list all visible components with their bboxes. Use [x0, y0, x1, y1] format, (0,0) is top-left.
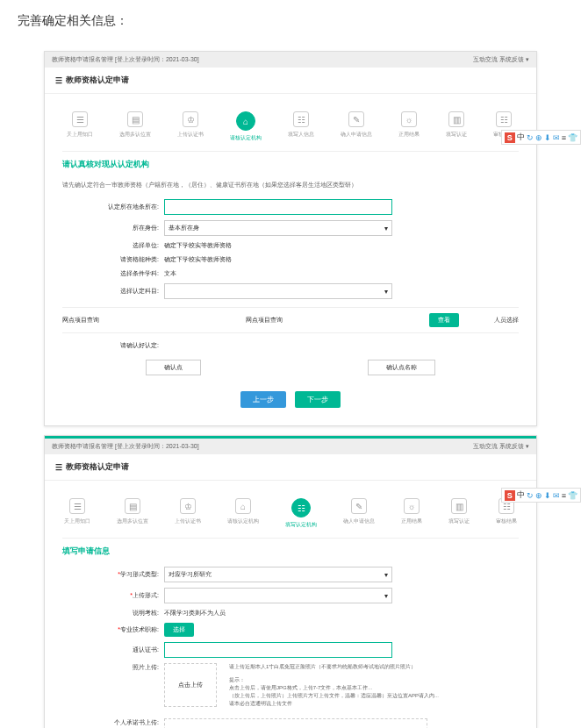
sogou-icon: S: [505, 490, 515, 501]
sogou-icon: S: [505, 132, 515, 143]
select-identity[interactable]: 基本所在身: [164, 220, 392, 236]
photo-upload[interactable]: 点击上传: [164, 663, 217, 707]
panel-topbar: 教师资格申请报名管理 [登上次登录时间：2021-03-30] 互动交流 系统反…: [45, 436, 536, 454]
step-icon: ▥: [448, 111, 464, 127]
step-icon-active: ⌂: [236, 111, 255, 131]
step-bar: ☰天上用知口 ▤选用多认位置 ♔上传认证书 ⌂请核认定机构 ☷填写人信息 ✎确人…: [62, 103, 519, 152]
step-icon: ♔: [183, 111, 198, 127]
ime-toolbar[interactable]: S 中↻⊕⬇✉≡👕: [501, 130, 581, 145]
step-icon: ▤: [127, 111, 143, 127]
step-icon: ☼: [401, 111, 417, 127]
panel-header: ☰ 教师资格认定申请: [45, 454, 536, 481]
step-icon: ✎: [348, 111, 364, 127]
cert-input[interactable]: [164, 642, 392, 658]
search-button[interactable]: 查看: [429, 313, 459, 327]
input-location[interactable]: [164, 199, 392, 215]
next-button[interactable]: 下一步: [295, 391, 341, 408]
confirm-point-button[interactable]: 确认点: [146, 360, 201, 375]
commitment-upload[interactable]: 点击上传: [164, 718, 427, 728]
step-icon: ☷: [496, 111, 512, 127]
ime-toolbar[interactable]: S 中↻⊕⬇✉≡👕: [501, 488, 581, 503]
list-icon: ☰: [55, 463, 62, 472]
page-title: 完善确定相关信息：: [0, 0, 581, 42]
list-icon: ☰: [55, 76, 62, 85]
panel-2: 教师资格申请报名管理 [登上次登录时间：2021-03-30] 互动交流 系统反…: [44, 435, 537, 728]
step-icon-active: ☷: [291, 498, 311, 517]
select-subject[interactable]: [164, 283, 392, 299]
section-title: 请认真核对现从认定机构: [62, 152, 519, 177]
step-icon: ☷: [293, 111, 309, 127]
prev-button[interactable]: 上一步: [240, 391, 286, 408]
panel-header: ☰ 教师资格认定申请: [45, 68, 536, 94]
panel-1: 教师资格申请报名管理 [登上次登录时间：2021-03-30] 互动交流 系统反…: [44, 51, 537, 426]
select-upload-type[interactable]: [164, 588, 392, 603]
confirm-name-button[interactable]: 确认点名称: [368, 360, 435, 375]
panel-topbar: 教师资格申请报名管理 [登上次登录时间：2021-03-30] 互动交流 系统反…: [45, 52, 536, 68]
step-bar: ☰天上用知口 ▤选用多认位置 ♔上传认证书 ⌂请核认定机构 ☷填写认定机构 ✎确…: [62, 489, 519, 539]
select-title-button[interactable]: 选择: [164, 623, 194, 637]
section-title: 填写申请信息: [62, 539, 519, 564]
select-study-type[interactable]: 对应学习所研究: [164, 567, 392, 582]
step-icon: ☰: [72, 111, 88, 127]
